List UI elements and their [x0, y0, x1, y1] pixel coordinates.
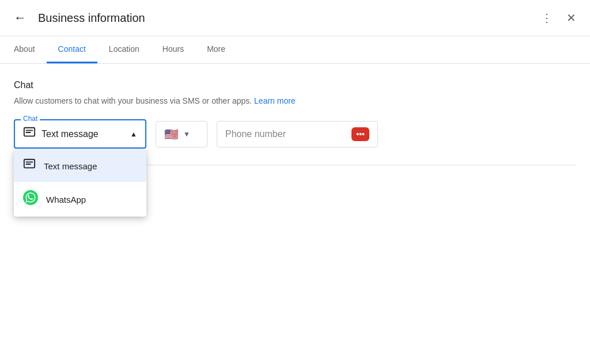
svg-point-6	[23, 190, 38, 205]
chat-type-dropdown-menu: Text message WhatsApp	[14, 150, 146, 217]
close-button[interactable]: ✕	[564, 9, 578, 27]
tab-contact[interactable]: Contact	[47, 36, 97, 63]
learn-more-link[interactable]: Learn more	[254, 96, 296, 105]
more-options-button[interactable]: ⋮	[539, 9, 555, 27]
flag-dropdown-arrow-icon: ▼	[183, 130, 190, 138]
chat-dropdown-selected: Text message	[41, 129, 124, 139]
tabs-bar: About Contact Location Hours More	[0, 36, 590, 64]
svg-rect-3	[24, 160, 35, 168]
chat-type-dropdown[interactable]: Chat Text message ▲	[14, 119, 146, 149]
whatsapp-option-label: WhatsApp	[46, 195, 86, 204]
page-title: Business information	[38, 12, 539, 25]
chat-section-desc: Allow customers to chat with your busine…	[14, 96, 576, 105]
chat-dropdown-label: Chat	[21, 115, 40, 123]
chevron-up-icon: ▲	[130, 130, 137, 138]
tab-about[interactable]: About	[12, 36, 47, 63]
phone-number-placeholder: Phone number	[225, 129, 346, 139]
phone-number-input[interactable]: Phone number •••	[217, 121, 378, 147]
text-message-option-icon	[23, 158, 36, 174]
chat-section-title: Chat	[14, 80, 576, 90]
dropdown-option-text-message[interactable]: Text message	[14, 150, 146, 182]
country-code-dropdown[interactable]: 🇺🇸 ▼	[156, 121, 207, 147]
header: ← Business information ⋮ ✕	[0, 0, 590, 36]
whatsapp-icon	[23, 190, 38, 208]
tab-location[interactable]: Location	[97, 36, 151, 63]
dropdown-option-whatsapp[interactable]: WhatsApp	[14, 182, 146, 217]
tab-hours[interactable]: Hours	[151, 36, 195, 63]
back-button[interactable]: ←	[12, 8, 29, 28]
chat-type-dropdown-wrapper: Chat Text message ▲	[14, 119, 146, 149]
flag-emoji: 🇺🇸	[164, 127, 179, 141]
text-message-icon	[23, 126, 36, 142]
chat-row: Chat Text message ▲	[14, 119, 576, 149]
tab-more[interactable]: More	[195, 36, 237, 63]
header-actions: ⋮ ✕	[539, 9, 578, 27]
content-area: Chat Allow customers to chat with your b…	[0, 64, 590, 206]
text-message-option-label: Text message	[44, 161, 97, 171]
phone-error-icon: •••	[351, 127, 369, 141]
